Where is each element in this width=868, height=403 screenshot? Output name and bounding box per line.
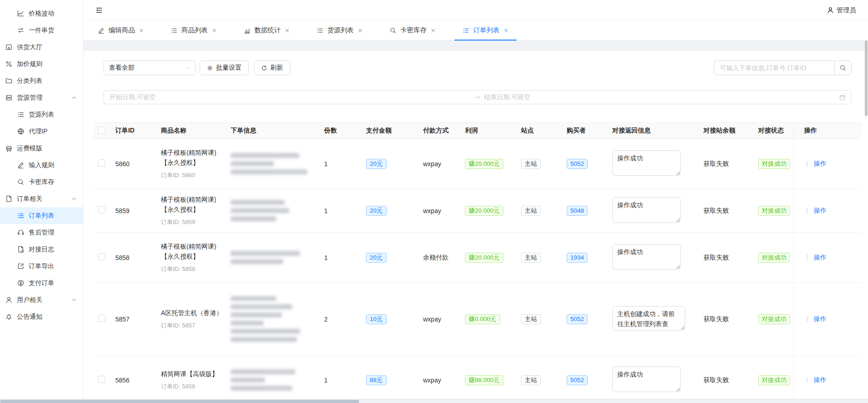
table-header-row: 订单ID 商品名称 下单信息 份数 支付金额 付款方式 利润 站点 购买者 对接…: [93, 122, 862, 139]
col-header-actions: 操作: [793, 123, 838, 138]
date-start-placeholder: 开始日期,可留空: [109, 93, 475, 102]
close-icon[interactable]: [504, 28, 508, 33]
sidebar-item-category-list[interactable]: 分类列表: [0, 72, 83, 89]
row-action-link[interactable]: ⋮ 操作: [799, 207, 827, 215]
swap-icon: [17, 27, 24, 34]
tab-supply-list[interactable]: 货源列表: [303, 20, 376, 40]
order-id-note: 订单ID: 5859: [161, 218, 225, 226]
sidebar-item-after-sales[interactable]: 售后管理: [0, 224, 83, 241]
buyer-badge[interactable]: 5052: [567, 314, 588, 324]
buyer-badge[interactable]: 1934: [567, 253, 588, 263]
select-all-checkbox[interactable]: [98, 127, 105, 134]
tab-data-stats[interactable]: 数据统计: [230, 20, 303, 40]
row-action-link[interactable]: ⋮ 操作: [799, 315, 827, 323]
sidebar-item-dock-logs[interactable]: 对接日志: [0, 241, 83, 258]
tab-label: 编辑商品: [108, 26, 135, 35]
response-textarea[interactable]: 操作成功: [612, 197, 681, 223]
sidebar-item-label: 货源管理: [17, 94, 42, 102]
tab-order-list[interactable]: 订单列表: [449, 20, 522, 40]
row-action-link[interactable]: ⋮ 操作: [799, 160, 827, 168]
user-menu[interactable]: 管理员: [827, 6, 857, 15]
file-log-icon: [17, 246, 24, 253]
sidebar-collapse-button[interactable]: [95, 6, 103, 14]
row-checkbox[interactable]: [98, 253, 105, 260]
order-search-input[interactable]: [714, 61, 834, 75]
sidebar-item-supply-list[interactable]: 货源列表: [0, 106, 83, 123]
sidebar-item-product-monitor[interactable]: 商品监控: [0, 0, 83, 5]
pay-method: wxpay: [418, 207, 460, 214]
tab-edit-product[interactable]: 编辑商品: [84, 20, 157, 40]
col-header: 份数: [319, 127, 361, 135]
order-id-note: 订单ID: 5856: [161, 383, 225, 391]
page-content: 查看全部 批量设置 刷新: [83, 41, 868, 403]
col-header: 利润: [460, 127, 516, 135]
row-checkbox[interactable]: [98, 376, 105, 383]
close-icon[interactable]: [431, 28, 435, 33]
sidebar-item-announcements[interactable]: 公告通知: [0, 308, 83, 325]
product-name: 精简网课【高级版】: [161, 369, 225, 379]
batch-settings-button[interactable]: 批量设置: [200, 61, 249, 75]
sidebar-item-one-piece-transfer[interactable]: 一件串货: [0, 22, 83, 39]
row-checkbox[interactable]: [98, 206, 105, 214]
buyer-badge[interactable]: 5052: [567, 159, 588, 169]
folder-icon: [5, 77, 12, 84]
amount-badge: 88元: [366, 375, 387, 385]
sidebar-item-price-wave[interactable]: 价格波动: [0, 5, 83, 22]
site-badge: 主站: [521, 159, 541, 169]
list-icon: [463, 27, 469, 34]
vertical-scrollbar-thumb[interactable]: [865, 41, 868, 116]
list-icon: [317, 27, 323, 34]
buyer-badge[interactable]: 5048: [567, 206, 588, 216]
dots-vertical-icon: ⋮: [804, 377, 810, 383]
page-top-band: [83, 41, 868, 51]
gear-icon: [207, 65, 213, 71]
horizontal-scrollbar-thumb[interactable]: [0, 400, 359, 403]
sidebar-group-order-related[interactable]: 订单相关: [0, 190, 83, 207]
profit-badge: 赚20.000元: [465, 206, 503, 216]
sidebar-item-proxy-ip[interactable]: 代理IP: [0, 123, 83, 140]
sidebar-item-label: 支付订单: [29, 279, 54, 287]
sidebar-item-input-rules[interactable]: 输入规则: [0, 157, 83, 173]
close-icon[interactable]: [139, 28, 144, 33]
row-checkbox[interactable]: [98, 159, 105, 167]
sidebar-item-label: 代理IP: [29, 128, 47, 136]
close-icon[interactable]: [358, 28, 362, 33]
response-textarea[interactable]: 操作成功: [612, 150, 681, 176]
row-action-link[interactable]: ⋮ 操作: [799, 254, 827, 262]
tab-card-stock[interactable]: 卡密库存: [376, 20, 449, 40]
close-icon[interactable]: [285, 28, 289, 33]
order-list-panel: 查看全部 批量设置 刷新: [93, 61, 862, 403]
profit-badge: 赚88.000元: [465, 375, 503, 385]
response-textarea[interactable]: 操作成功: [612, 367, 681, 392]
product-name: 橘子模板(精简网课)【永久授权】: [161, 148, 225, 168]
site-badge: 主站: [521, 314, 541, 324]
order-id-note: 订单ID: 5857: [161, 321, 225, 330]
sidebar-item-shipping-template[interactable]: 运费模版: [0, 140, 83, 157]
topbar: 管理员: [83, 0, 868, 20]
dots-vertical-icon: ⋮: [804, 254, 810, 261]
sidebar-item-payment-orders[interactable]: 支付订单: [0, 275, 83, 291]
sidebar-item-order-list[interactable]: 订单列表: [0, 207, 83, 224]
blurred-order-info: [231, 251, 319, 264]
scope-select[interactable]: 查看全部: [103, 61, 196, 75]
response-textarea[interactable]: 操作成功: [612, 244, 681, 270]
refresh-button[interactable]: 刷新: [254, 61, 290, 75]
sidebar-group-supply-management[interactable]: 货源管理: [0, 89, 83, 106]
sidebar-item-card-stock[interactable]: 卡密库存: [0, 173, 83, 190]
col-header: 对接站余额: [698, 127, 753, 135]
date-range-picker[interactable]: 开始日期,可留空 结束日期,可留空: [103, 90, 852, 104]
sidebar-item-order-export[interactable]: 订单导出: [0, 258, 83, 275]
row-checkbox[interactable]: [98, 315, 105, 322]
tab-product-list[interactable]: 商品列表: [157, 20, 230, 40]
sidebar-group-user-related[interactable]: 用户相关: [0, 291, 83, 308]
sidebar-item-supply-hall[interactable]: 供货大厅: [0, 39, 83, 56]
horizontal-scrollbar[interactable]: [0, 399, 868, 403]
buyer-badge[interactable]: 5052: [567, 375, 588, 385]
row-action-link[interactable]: ⋮ 操作: [799, 376, 827, 384]
balance-text: 获取失败: [698, 315, 753, 323]
bell-icon: [5, 313, 12, 320]
sidebar-item-markup-rules[interactable]: 加价规则: [0, 56, 83, 72]
response-textarea[interactable]: 主机创建成功，请前往主机管理列表查看，: [612, 306, 685, 331]
search-button[interactable]: [834, 61, 852, 75]
close-icon[interactable]: [212, 28, 217, 33]
